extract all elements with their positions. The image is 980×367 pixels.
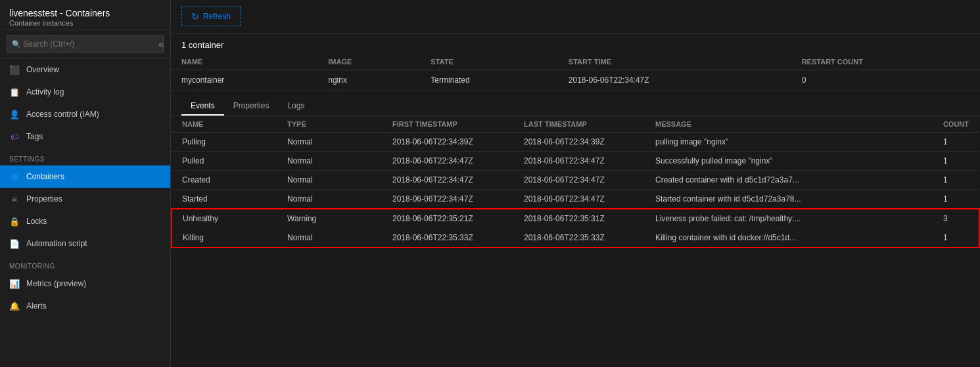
nav-alerts[interactable]: 🔔 Alerts: [0, 295, 170, 317]
alerts-icon: 🔔: [9, 301, 20, 311]
event-cell-2: 2018-06-06T22:34:47Z: [382, 190, 513, 209]
tab-events[interactable]: Events: [181, 97, 224, 116]
event-cell-4: Started container with id d5c1d72a3a78..…: [645, 190, 933, 209]
tabs-bar: Events Properties Logs: [171, 91, 980, 116]
event-cell-5: 1: [933, 152, 979, 171]
tab-properties[interactable]: Properties: [224, 97, 279, 116]
events-col-message: MESSAGE: [645, 116, 933, 133]
automation-icon: 📄: [9, 238, 20, 249]
nav-properties[interactable]: ≡ Properties: [0, 188, 170, 210]
properties-icon: ≡: [9, 194, 20, 204]
nav-containers-label: Containers: [26, 172, 64, 181]
event-cell-3: 2018-06-06T22:34:47Z: [513, 171, 645, 190]
nav-locks-label: Locks: [26, 217, 47, 226]
event-cell-0: Created: [172, 171, 277, 190]
nav-tags-label: Tags: [26, 132, 43, 141]
event-cell-2: 2018-06-06T22:35:33Z: [382, 228, 513, 248]
search-bar-container: 🔍 «: [0, 30, 170, 58]
nav-overview-label: Overview: [26, 65, 59, 74]
event-cell-1: Warning: [277, 209, 382, 228]
nav-overview[interactable]: ⬛ Overview: [0, 58, 170, 81]
event-cell-5: 1: [933, 190, 979, 209]
event-cell-5: 1: [933, 171, 979, 190]
events-col-type: TYPE: [277, 116, 382, 133]
nav-iam[interactable]: 👤 Access control (IAM): [0, 103, 170, 125]
container-start-time: 2018-06-06T22:34:47Z: [558, 70, 791, 91]
event-cell-1: Normal: [277, 228, 382, 248]
event-cell-0: Started: [172, 190, 277, 209]
nav-automation[interactable]: 📄 Automation script: [0, 232, 170, 255]
iam-icon: 👤: [9, 109, 20, 119]
col-name: NAME: [171, 54, 317, 70]
event-cell-3: 2018-06-06T22:34:39Z: [513, 133, 645, 152]
container-restart-count: 0: [791, 70, 980, 91]
event-cell-0: Unhealthy: [172, 209, 277, 228]
main-content: ↻ Refresh 1 container NAME IMAGE STATE S…: [171, 0, 980, 367]
nav-iam-label: Access control (IAM): [26, 110, 99, 119]
col-restart-count: RESTART COUNT: [791, 54, 980, 70]
event-row: KillingNormal2018-06-06T22:35:33Z2018-06…: [172, 228, 979, 248]
collapse-icon[interactable]: «: [158, 39, 164, 49]
app-title-section: livenesstest - Containers Container inst…: [0, 0, 170, 30]
event-row: UnhealthyWarning2018-06-06T22:35:21Z2018…: [172, 209, 979, 228]
refresh-button[interactable]: ↻ Refresh: [181, 7, 241, 26]
tab-logs[interactable]: Logs: [278, 97, 314, 116]
monitoring-section-header: MONITORING: [0, 255, 170, 272]
event-cell-1: Normal: [277, 133, 382, 152]
event-cell-0: Killing: [172, 228, 277, 248]
events-header-row: NAME TYPE FIRST TIMESTAMP LAST TIMESTAMP…: [172, 116, 979, 133]
app-subtitle: Container instances: [9, 19, 161, 27]
event-cell-2: 2018-06-06T22:34:47Z: [382, 152, 513, 171]
settings-section-header: SETTINGS: [0, 148, 170, 165]
container-name: mycontainer: [171, 70, 317, 91]
event-cell-3: 2018-06-06T22:35:33Z: [513, 228, 645, 248]
tags-icon: 🏷: [9, 131, 20, 142]
event-cell-2: 2018-06-06T22:34:39Z: [382, 133, 513, 152]
sidebar: livenesstest - Containers Container inst…: [0, 0, 171, 367]
nav-locks[interactable]: 🔒 Locks: [0, 210, 170, 232]
nav-tags[interactable]: 🏷 Tags: [0, 125, 170, 148]
nav-containers[interactable]: ⊞ Containers: [0, 165, 170, 188]
nav-activity-label: Activity log: [26, 87, 64, 97]
nav-metrics-label: Metrics (preview): [26, 279, 86, 288]
search-input[interactable]: [7, 35, 164, 53]
event-cell-4: Successfully pulled image "nginx": [645, 152, 933, 171]
event-cell-5: 1: [933, 228, 979, 248]
container-row: mycontainer nginx Terminated 2018-06-06T…: [171, 70, 980, 91]
events-table: NAME TYPE FIRST TIMESTAMP LAST TIMESTAMP…: [171, 116, 980, 248]
event-cell-1: Normal: [277, 152, 382, 171]
event-cell-3: 2018-06-06T22:34:47Z: [513, 190, 645, 209]
event-row: PulledNormal2018-06-06T22:34:47Z2018-06-…: [172, 152, 979, 171]
locks-icon: 🔒: [9, 216, 20, 227]
nav-properties-label: Properties: [26, 194, 62, 204]
metrics-icon: 📊: [9, 278, 20, 289]
events-col-count: COUNT: [933, 116, 979, 133]
containers-icon: ⊞: [9, 171, 20, 182]
event-cell-4: pulling image "nginx": [645, 133, 933, 152]
event-cell-3: 2018-06-06T22:34:47Z: [513, 152, 645, 171]
col-state: STATE: [420, 54, 558, 70]
event-cell-4: Killing container with id docker://d5c1d…: [645, 228, 933, 248]
event-row: PullingNormal2018-06-06T22:34:39Z2018-06…: [172, 133, 979, 152]
search-icon: 🔍: [12, 40, 21, 49]
toolbar: ↻ Refresh: [171, 0, 980, 33]
event-cell-5: 1: [933, 133, 979, 152]
activity-log-icon: 📋: [9, 87, 20, 97]
events-col-name: NAME: [172, 116, 277, 133]
nav-activity-log[interactable]: 📋 Activity log: [0, 81, 170, 103]
app-title: livenesstest - Containers: [9, 8, 161, 18]
event-cell-0: Pulled: [172, 152, 277, 171]
event-row: CreatedNormal2018-06-06T22:34:47Z2018-06…: [172, 171, 979, 190]
event-cell-4: Liveness probe failed: cat: /tmp/healthy…: [645, 209, 933, 228]
event-cell-0: Pulling: [172, 133, 277, 152]
event-cell-4: Created container with id d5c1d72a3a7...: [645, 171, 933, 190]
events-col-last-ts: LAST TIMESTAMP: [513, 116, 645, 133]
event-cell-3: 2018-06-06T22:35:31Z: [513, 209, 645, 228]
col-image: IMAGE: [317, 54, 420, 70]
overview-icon: ⬛: [9, 64, 20, 75]
events-section: NAME TYPE FIRST TIMESTAMP LAST TIMESTAMP…: [171, 116, 980, 248]
event-cell-2: 2018-06-06T22:34:47Z: [382, 171, 513, 190]
nav-automation-label: Automation script: [26, 239, 87, 248]
event-row: StartedNormal2018-06-06T22:34:47Z2018-06…: [172, 190, 979, 209]
nav-metrics[interactable]: 📊 Metrics (preview): [0, 272, 170, 295]
